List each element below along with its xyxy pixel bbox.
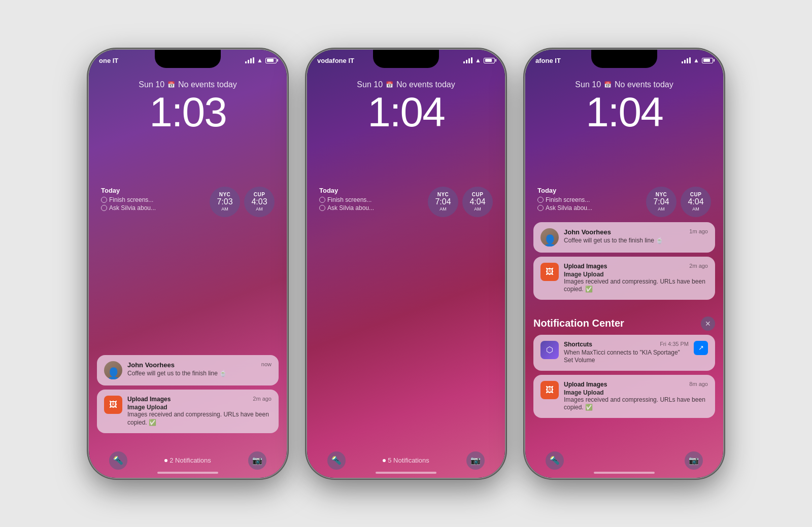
upload-content-nc-3: Upload Images 8m ago Image Upload Images… xyxy=(564,381,708,412)
notif-center-header-3: Notification Center ✕ xyxy=(525,308,723,335)
notification-sender-3a: John Voorhees xyxy=(564,228,611,236)
notification-body-3b: Images received and compressing. URLs ha… xyxy=(564,278,708,294)
wifi-icon-2: ▲ xyxy=(475,57,481,64)
shortcuts-content-3: Shortcuts Fri 4:35 PM When MaxTicci conn… xyxy=(564,341,689,365)
no-events-1: No events today xyxy=(178,80,237,89)
notification-body-3a: Coffee will get us to the finish line 🍵 xyxy=(564,237,708,245)
notch-1 xyxy=(155,50,221,68)
camera-button-1[interactable]: 📷 xyxy=(248,451,266,470)
task-circle-2b xyxy=(319,205,325,211)
carrier-1: one IT xyxy=(99,57,118,64)
bottom-bar-2: 🔦 5 Notifications 📷 xyxy=(307,451,505,470)
notif-center-title-3: Notification Center xyxy=(533,318,624,329)
notification-header-3a: John Voorhees 1m ago xyxy=(564,228,708,236)
tasks-label-2: Today xyxy=(319,187,423,194)
notification-time-1b: 2m ago xyxy=(253,396,272,402)
home-indicator-2 xyxy=(376,472,436,474)
notification-card-1b[interactable]: 🖼 Upload Images 2m ago Image Upload Imag… xyxy=(97,390,279,433)
notification-header-1b: Upload Images 2m ago xyxy=(127,396,272,403)
shortcuts-app-name-3: Shortcuts xyxy=(564,341,592,348)
phone-2: vodafone IT ▲ Sun 10 xyxy=(307,50,505,478)
task-item-2a: Finish screens... xyxy=(319,196,423,203)
avatar-john-1 xyxy=(104,361,122,379)
notification-content-3a: John Voorhees 1m ago Coffee will get us … xyxy=(564,228,708,247)
clock-nyc-1: NYC 7:03 AM xyxy=(210,187,240,217)
battery-icon-1 xyxy=(265,58,277,63)
camera-button-2[interactable]: 📷 xyxy=(466,451,485,470)
upload-time-nc-3: 8m ago xyxy=(689,381,708,387)
date-line-2: Sun 10 📅 No events today xyxy=(307,80,505,89)
shortcuts-notif-3[interactable]: ⬡ Shortcuts Fri 4:35 PM When MaxTicci co… xyxy=(533,335,715,371)
phone-3-wrapper: afone IT ▲ Sun 10 xyxy=(525,50,723,478)
date-text-2: Sun 10 xyxy=(357,80,383,89)
wifi-icon-1: ▲ xyxy=(257,57,263,64)
battery-icon-3 xyxy=(702,58,713,63)
upload-icon-nc-3: 🖼 xyxy=(540,381,559,399)
lock-content-2: Sun 10 📅 No events today 1:04 xyxy=(307,80,505,141)
notification-app-1b: Upload Images xyxy=(127,396,171,403)
widget-tasks-3: Today Finish screens... Ask Silvia abou.… xyxy=(537,187,641,217)
widget-area-1: Today Finish screens... Ask Silvia abou.… xyxy=(101,187,275,217)
phone-2-wrapper: vodafone IT ▲ Sun 10 xyxy=(307,50,505,478)
notifications-count-1: 2 Notifications xyxy=(164,456,211,464)
no-events-3: No events today xyxy=(615,80,673,89)
upload-subtitle-nc-3: Image Upload xyxy=(564,389,708,396)
flashlight-button-2[interactable]: 🔦 xyxy=(327,451,346,470)
signal-icon-3 xyxy=(682,57,691,63)
world-clock-3: NYC 7:04 AM CUP 4:04 AM xyxy=(646,187,711,217)
task-item-3a: Finish screens... xyxy=(537,196,641,203)
task-circle-3b xyxy=(537,205,544,211)
notification-app-3b: Upload Images xyxy=(564,263,607,270)
task-item-2b: Ask Silvia abou... xyxy=(319,204,423,212)
shortcuts-header-3: Shortcuts Fri 4:35 PM xyxy=(564,341,689,348)
notification-header-3b: Upload Images 2m ago xyxy=(564,263,708,270)
clock-cup-1: CUP 4:03 AM xyxy=(244,187,275,217)
notification-body-1a: Coffee will get us to the finish line 🍵 xyxy=(127,370,272,378)
notif-center-items-3: ⬡ Shortcuts Fri 4:35 PM When MaxTicci co… xyxy=(525,335,723,418)
notification-header-1a: John Voorhees now xyxy=(127,361,272,369)
battery-icon-2 xyxy=(484,58,495,63)
phone-1-screen: one IT ▲ Sun 10 xyxy=(89,50,287,478)
shortcuts-time-3: Fri 4:35 PM xyxy=(660,341,689,347)
shortcuts-icon-3: ⬡ xyxy=(540,341,559,359)
status-icons-3: ▲ xyxy=(682,57,713,64)
flashlight-button-1[interactable]: 🔦 xyxy=(109,451,127,470)
notifications-area-1: John Voorhees now Coffee will get us to … xyxy=(97,355,279,437)
notification-subtitle-1b: Image Upload xyxy=(127,404,272,411)
notification-content-1a: John Voorhees now Coffee will get us to … xyxy=(127,361,272,379)
home-indicator-3 xyxy=(594,472,655,474)
task-circle-3a xyxy=(537,197,544,203)
time-display-3: 1:04 xyxy=(525,91,723,133)
wifi-icon-3: ▲ xyxy=(693,57,699,64)
flashlight-button-3[interactable]: 🔦 xyxy=(546,451,564,470)
world-clock-1: NYC 7:03 AM CUP 4:03 AM xyxy=(210,187,275,217)
lock-content-3: Sun 10 📅 No events today 1:04 xyxy=(525,80,723,141)
notification-sender-1a: John Voorhees xyxy=(127,361,175,369)
phone-1: one IT ▲ Sun 10 xyxy=(89,50,287,478)
notification-card-3b[interactable]: 🖼 Upload Images 2m ago Image Upload Imag… xyxy=(533,257,715,300)
task-item-1b: Ask Silvia abou... xyxy=(101,204,205,212)
notif-center-close-3[interactable]: ✕ xyxy=(701,317,715,331)
upload-notif-nc-3[interactable]: 🖼 Upload Images 8m ago Image Upload Imag… xyxy=(533,375,715,418)
task-circle-1b xyxy=(101,205,107,211)
camera-button-3[interactable]: 📷 xyxy=(685,451,703,470)
notification-time-1a: now xyxy=(261,361,272,367)
phone-3: afone IT ▲ Sun 10 xyxy=(525,50,723,478)
signal-icon-1 xyxy=(245,57,254,63)
phone-2-screen: vodafone IT ▲ Sun 10 xyxy=(307,50,505,478)
carrier-3: afone IT xyxy=(535,57,561,64)
notification-card-3a[interactable]: John Voorhees 1m ago Coffee will get us … xyxy=(533,222,715,253)
notification-card-1a[interactable]: John Voorhees now Coffee will get us to … xyxy=(97,355,279,385)
clock-nyc-3: NYC 7:04 AM xyxy=(646,187,676,217)
date-text-1: Sun 10 xyxy=(139,80,164,89)
shortcuts-body-3: Set Volume xyxy=(564,357,689,365)
date-line-1: Sun 10 📅 No events today xyxy=(89,80,287,89)
date-text-3: Sun 10 xyxy=(575,80,601,89)
notch-3 xyxy=(591,50,657,68)
widget-area-2: Today Finish screens... Ask Silvia abou.… xyxy=(319,187,493,217)
notification-time-3b: 2m ago xyxy=(689,263,708,269)
top-notifications-3: John Voorhees 1m ago Coffee will get us … xyxy=(525,222,723,304)
redirect-button-3[interactable]: ↗ xyxy=(694,341,708,355)
world-clock-2: NYC 7:04 AM CUP 4:04 AM xyxy=(428,187,493,217)
widget-tasks-1: Today Finish screens... Ask Silvia abou.… xyxy=(101,187,205,217)
